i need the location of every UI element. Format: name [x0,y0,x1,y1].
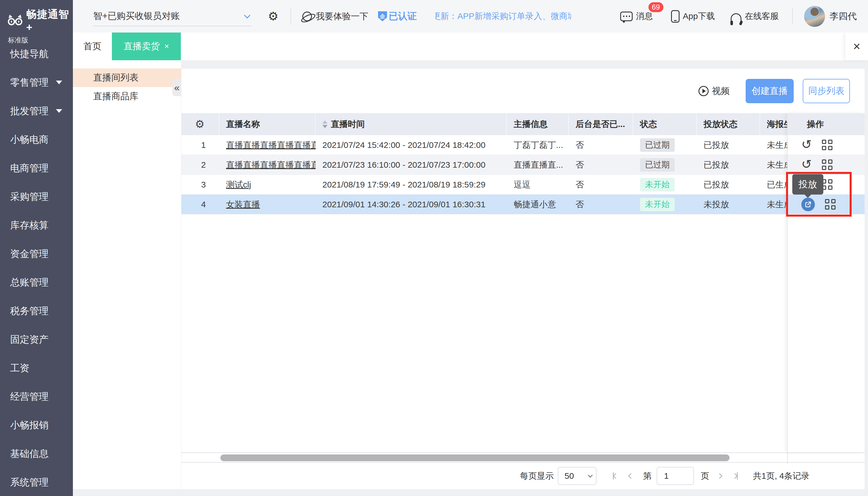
page-number-input[interactable] [657,467,694,485]
anchor-info-cell: 丁磊丁磊丁... [507,135,569,155]
create-live-button[interactable]: 创建直播 [746,79,794,103]
sidebar-item-label: 税务管理 [10,305,49,317]
qr-grid-icon[interactable] [822,140,832,150]
anchor-info-cell: 逗逗 [507,175,569,195]
messages-button[interactable]: 消息 69 [620,11,653,22]
tab-home[interactable]: 首页 [73,32,112,60]
anchor-info-cell: 直播直播直... [507,155,569,175]
rollback-icon[interactable]: ↺ [801,158,812,171]
table-row-3[interactable]: 3测试clj2021/08/19 17:59:49 - 2021/08/19 1… [181,175,836,195]
sidebar-item-10[interactable]: 固定资产 [0,325,73,354]
table-row-1[interactable]: 1直播直播直播直播直播直播直播2021/07/24 15:42:00 - 202… [181,135,836,155]
messages-count-badge: 69 [648,1,664,13]
qr-grid-icon[interactable] [825,199,836,210]
app-download-button[interactable]: App下载 [671,10,715,22]
sidebar-item-label: 经营管理 [10,390,49,403]
status-badge: 未开始 [640,198,675,211]
certified-label: 已认证 [389,10,417,22]
subnav-item-live-goods[interactable]: 直播商品库 [73,87,181,106]
prev-page-button[interactable] [629,474,633,478]
qr-grid-icon[interactable] [822,159,832,170]
avatar[interactable] [804,6,825,27]
col-header-anchor[interactable]: 主播信息 [507,113,569,135]
online-service-button[interactable]: 在线客服 [731,11,779,22]
sidebar-item-13[interactable]: 小畅报销 [0,411,73,439]
sidebar-item-label: 总账管理 [10,276,49,289]
caret-down-icon [56,81,62,84]
sidebar-item-7[interactable]: 资金管理 [0,239,73,268]
live-name-link[interactable]: 直播直播直播直播直播直播直播 [226,159,316,171]
tab-live-selling[interactable]: 直播卖货 × [112,32,181,60]
sidebar-item-6[interactable]: 库存核算 [0,211,73,239]
qr-grid-icon[interactable] [822,179,832,190]
sidebar-item-9[interactable]: 税务管理 [0,297,73,325]
sidebar-item-12[interactable]: 经营管理 [0,382,73,411]
last-page-button[interactable] [733,472,738,480]
first-page-button[interactable] [613,472,618,480]
deliver-button[interactable] [801,198,815,211]
scrollbar-thumb[interactable] [220,454,729,461]
close-all-tabs-button[interactable]: × [846,32,868,60]
sidebar-item-5[interactable]: 采购管理 [0,182,73,211]
per-page-value: 50 [564,471,574,481]
certified-badge[interactable]: 企 已认证 [378,10,417,22]
rollback-icon[interactable]: ↺ [801,138,812,151]
collapse-icon[interactable]: « [172,79,181,96]
sidebar-item-label: 零售管理 [10,76,49,89]
page-suffix-label: 页 [701,470,709,482]
per-page-select[interactable]: 50 [558,467,596,485]
status-badge: 已过期 [640,158,675,171]
user-name[interactable]: 李四代 [830,10,857,22]
sidebar-item-15[interactable]: 系统管理 [0,468,73,496]
gear-icon[interactable]: ⚙ [268,11,278,22]
col-header-time[interactable]: 直播时间 [316,113,507,135]
live-name-cell: 直播直播直播直播直播直播直播 [219,155,316,175]
sidebar-item-label: 固定资产 [10,333,49,346]
next-page-button[interactable] [718,474,722,478]
sort-icon[interactable] [322,121,327,128]
live-name-link[interactable]: 女装直播 [226,199,260,211]
table-row-2[interactable]: 2直播直播直播直播直播直播直播2021/07/23 16:10:00 - 202… [181,155,836,175]
workspace-select[interactable]: 智+已购买收银员对账 [93,6,252,26]
experience-link[interactable]: 我要体验一下 [316,11,368,22]
subnav-item-live-room-list[interactable]: 直播间列表 [73,68,181,87]
video-help-link[interactable]: 视频 [698,85,729,97]
tab-close-icon[interactable]: × [164,43,169,50]
divider [792,9,793,24]
sidebar-item-8[interactable]: 总账管理 [0,268,73,297]
sidebar-item-label: 资金管理 [10,247,49,261]
sidebar-item-label: 批发管理 [10,105,49,118]
row-index: 3 [181,175,219,195]
status-cell: 未开始 [633,175,697,195]
fixed-column-divider [787,452,788,464]
delivery-status-cell: 未投放 [697,195,760,214]
col-header-delivery[interactable]: 投放状态 [697,113,760,135]
table-body: 1直播直播直播直播直播直播直播2021/07/24 15:42:00 - 202… [181,135,836,214]
col-header-operations: 操作 [788,113,865,135]
sidebar-item-1[interactable]: 零售管理 [0,68,73,97]
sub-sidebar: 直播间列表 直播商品库 « [73,60,181,489]
backend-cell: 否 [569,155,633,175]
sidebar-item-label: 工资 [10,362,29,375]
sidebar-item-2[interactable]: 批发管理 [0,97,73,125]
sidebar-item-4[interactable]: 电商管理 [0,154,73,182]
col-header-backend[interactable]: 后台是否已... [569,113,633,135]
sync-list-button[interactable]: 同步列表 [803,79,850,103]
column-settings-gear-icon[interactable]: ⚙ [195,118,205,130]
live-name-link[interactable]: 测试clj [226,179,251,190]
logo-block: 畅捷通智+ 标准版 [0,0,73,33]
backend-cell: 否 [569,195,633,214]
notice-ticker[interactable]: 更新：APP新增采购订单录入、微商城新增【 [435,11,571,22]
sidebar-item-11[interactable]: 工资 [0,354,73,382]
sidebar-item-14[interactable]: 基础信息 [0,439,73,468]
table-row-4[interactable]: 4女装直播2021/09/01 14:30:26 - 2021/09/01 16… [181,195,836,214]
sidebar-item-label: 快捷导航 [10,47,49,61]
status-badge: 已过期 [640,138,675,152]
col-header-status[interactable]: 状态 [633,113,697,135]
anchor-info-cell: 畅捷通小意 [507,195,569,214]
table-header: ⚙ 直播名称 直播时间 主播信息 后台是否已... 状态 投放状态 海报生成状态 [181,113,836,135]
sidebar-item-3[interactable]: 小畅电商 [0,125,73,154]
live-name-link[interactable]: 直播直播直播直播直播直播直播 [226,139,316,151]
sidebar-item-label: 小畅电商 [10,133,49,146]
col-header-name[interactable]: 直播名称 [219,113,316,135]
